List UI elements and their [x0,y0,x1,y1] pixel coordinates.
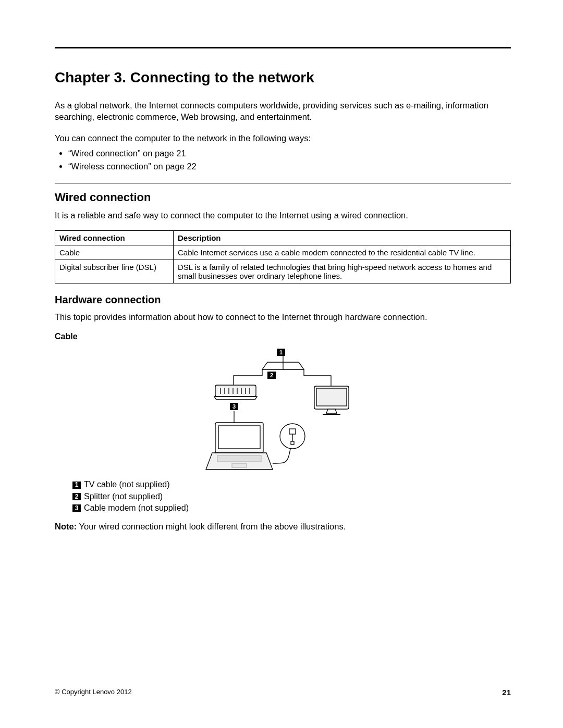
wired-connection-table: Wired connection Description Cable Cable… [55,230,511,283]
svg-text:3: 3 [232,403,235,410]
connection-ways-list: “Wired connection” on page 21 “Wireless … [55,147,511,174]
cable-subheading: Cable [55,332,511,341]
list-item: “Wired connection” on page 21 [68,147,511,161]
copyright-text: © Copyright Lenovo 2012 [55,688,132,697]
page-footer: © Copyright Lenovo 2012 21 [55,688,511,697]
list-item: “Wireless connection” on page 22 [68,160,511,174]
wired-intro: It is a reliable and safe way to connect… [55,209,511,221]
table-row: Digital subscriber line (DSL) DSL is a f… [55,260,511,283]
svg-rect-23 [217,455,261,462]
svg-text:1: 1 [279,349,282,355]
table-cell: DSL is a family of related technologies … [174,260,511,283]
note-text: Your wired connection might look differe… [77,522,346,531]
table-cell: Cable Internet services use a cable mode… [174,245,511,260]
table-header: Description [174,231,511,245]
note-label: Note: [55,522,77,531]
hardware-intro: This topic provides information about ho… [55,311,511,323]
chapter-intro-2: You can connect the computer to the netw… [55,132,511,144]
svg-rect-18 [316,388,347,406]
connection-diagram-svg: 1 2 3 [200,344,366,475]
legend-number-box: 3 [72,504,81,512]
note-line: Note: Your wired connection might look d… [55,522,511,532]
legend-number-box: 2 [72,493,81,500]
hardware-connection-heading: Hardware connection [55,294,511,306]
svg-text:2: 2 [270,372,273,378]
legend-number-box: 1 [72,482,81,489]
legend-text: Splitter (not supplied) [84,491,163,502]
table-row: Cable Cable Internet services use a cabl… [55,245,511,260]
table-cell: Cable [55,245,174,260]
top-rule [55,47,511,48]
diagram-legend: 1 TV cable (not supplied) 2 Splitter (no… [72,479,511,514]
table-header-row: Wired connection Description [55,231,511,245]
svg-rect-24 [232,463,247,467]
legend-item: 1 TV cable (not supplied) [72,479,511,490]
chapter-title: Chapter 3. Connecting to the network [55,69,511,86]
svg-rect-27 [291,441,294,445]
document-page: Chapter 3. Connecting to the network As … [0,0,563,728]
svg-rect-22 [218,426,260,449]
page-number: 21 [502,688,511,697]
cable-diagram: 1 2 3 [55,344,511,475]
table-cell: Digital subscriber line (DSL) [55,260,174,283]
legend-item: 2 Splitter (not supplied) [72,491,511,502]
legend-text: Cable modem (not supplied) [84,502,189,514]
table-header: Wired connection [55,231,174,245]
wired-connection-heading: Wired connection [55,191,511,204]
section-rule [55,183,511,183]
chapter-intro-1: As a global network, the Internet connec… [55,100,511,123]
legend-text: TV cable (not supplied) [84,479,170,490]
legend-item: 3 Cable modem (not supplied) [72,502,511,514]
svg-rect-26 [289,429,296,434]
